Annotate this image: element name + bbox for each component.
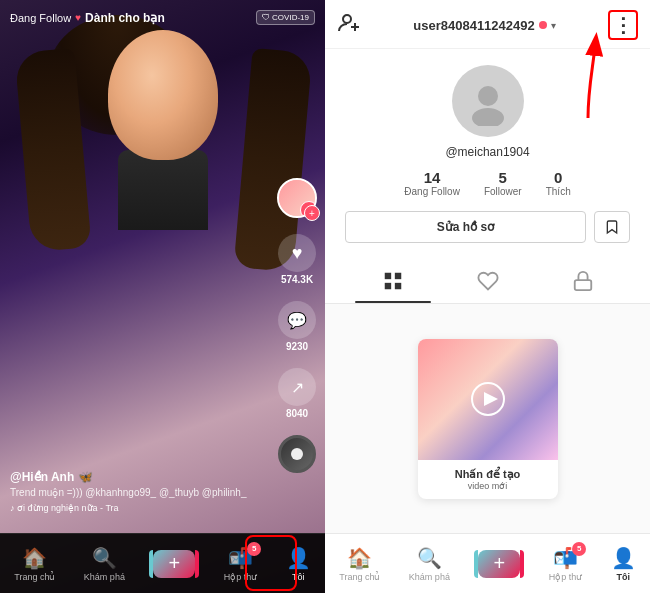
more-options-button[interactable]: ⋮ [608, 10, 638, 40]
left-bottom-nav: 🏠 Trang chủ 🔍 Khám phá + 📬 5 Hộp thư 👤 T… [0, 533, 325, 593]
r-explore-label: Khám phá [409, 572, 450, 582]
tab-videos[interactable] [345, 263, 440, 303]
home-label: Trang chủ [14, 572, 55, 582]
svg-rect-9 [394, 282, 400, 288]
covid-label: COVID-19 [272, 13, 309, 22]
profile-icon: 👤 [286, 546, 311, 570]
comment-icon: 💬 [278, 301, 316, 339]
r-profile-icon: 👤 [611, 546, 636, 570]
liked-icon [477, 270, 499, 297]
likes-label: Thích [546, 186, 571, 197]
lock-icon [572, 270, 594, 297]
r-home-icon: 🏠 [347, 546, 372, 570]
content-tabs [325, 263, 650, 304]
right-nav-add[interactable]: + [478, 550, 520, 578]
tab-private[interactable] [535, 263, 630, 303]
music-info: ♪ ơi đừng nghiện nữa - Tra [10, 503, 265, 513]
edit-profile-button[interactable]: Sửa hồ sơ [345, 211, 586, 243]
video-actions-sidebar: + ♥ 574.3K 💬 9230 ↗ 8040 [277, 178, 317, 473]
add-friend-icon[interactable] [337, 11, 361, 40]
inbox-label: Hộp thư [224, 572, 258, 582]
create-video-card[interactable]: Nhấn để tạo video mới [418, 339, 558, 499]
stat-following: 14 Đang Follow [404, 169, 460, 197]
r-profile-label: Tôi [617, 572, 631, 582]
online-dot [539, 21, 547, 29]
share-icon: ↗ [278, 368, 316, 406]
following-count: 14 [424, 169, 441, 186]
follow-plus-button[interactable]: + [304, 205, 320, 221]
left-nav-add[interactable]: + [153, 550, 195, 578]
profile-action-buttons: Sửa hồ sơ [337, 211, 638, 243]
tab-liked[interactable] [440, 263, 535, 303]
video-creator-name: @Hiền Anh 🦋 [10, 470, 265, 484]
r-inbox-label: Hộp thư [549, 572, 583, 582]
profile-avatar [452, 65, 524, 137]
like-action[interactable]: ♥ 574.3K [278, 234, 316, 285]
stat-likes: 0 Thích [546, 169, 571, 197]
r-explore-icon: 🔍 [417, 546, 442, 570]
svg-point-5 [472, 108, 504, 126]
videos-grid-icon [382, 270, 404, 297]
svg-rect-8 [384, 282, 390, 288]
heart-icon: ♥ [75, 12, 81, 23]
figure-face [108, 30, 218, 160]
create-card-subtitle: video mới [426, 481, 550, 491]
comment-action[interactable]: 💬 9230 [278, 301, 316, 352]
follow-text: Đang Follow [10, 12, 71, 24]
follower-label: Follower [484, 186, 522, 197]
right-panel: user8408411242492 ▾ ⋮ @meichan1904 14 Đa… [325, 0, 650, 593]
creator-avatar-container[interactable]: + [277, 178, 317, 218]
left-nav-inbox[interactable]: 📬 5 Hộp thư [224, 546, 258, 582]
stats-row: 14 Đang Follow 5 Follower 0 Thích [404, 169, 570, 197]
share-count: 8040 [286, 408, 308, 419]
shield-icon: 🛡 [262, 13, 270, 22]
left-nav-home[interactable]: 🏠 Trang chủ [14, 546, 55, 582]
svg-rect-7 [394, 272, 400, 278]
username-display: user8408411242492 [413, 18, 534, 33]
right-nav-profile[interactable]: 👤 Tôi [611, 546, 636, 582]
left-top-bar: Đang Follow ♥ Dành cho bạn 🛡 COVID-19 [10, 10, 315, 25]
create-card-thumbnail [418, 339, 558, 460]
left-nav-profile[interactable]: 👤 Tôi [286, 546, 311, 582]
content-area: Nhấn để tạo video mới [325, 304, 650, 533]
r-add-video-button[interactable]: + [478, 550, 520, 578]
r-home-label: Trang chủ [339, 572, 380, 582]
bookmark-button[interactable] [594, 211, 630, 243]
recommend-text: Dành cho bạn [85, 11, 165, 25]
explore-icon: 🔍 [92, 546, 117, 570]
inbox-badge: 5 [247, 542, 261, 556]
comment-count: 9230 [286, 341, 308, 352]
like-count: 574.3K [281, 274, 313, 285]
video-figure [63, 30, 263, 430]
stat-follower: 5 Follower [484, 169, 522, 197]
heart-action-icon: ♥ [278, 234, 316, 272]
svg-marker-12 [484, 392, 498, 406]
video-caption: @Hiền Anh 🦋 Trend muộn =))) @khanhngo99_… [10, 470, 265, 513]
follow-label: Đang Follow ♥ Dành cho bạn [10, 11, 165, 25]
r-inbox-badge: 5 [572, 542, 586, 556]
username-bar: user8408411242492 ▾ [413, 18, 555, 33]
create-card-title: Nhấn để tạo [426, 468, 550, 481]
right-bottom-nav: 🏠 Trang chủ 🔍 Khám phá + 📬 5 Hộp thư 👤 T… [325, 533, 650, 593]
video-description: Trend muộn =))) @khanhngo99_ @_thuyb @ph… [10, 486, 265, 499]
add-video-button[interactable]: + [153, 550, 195, 578]
left-nav-explore[interactable]: 🔍 Khám phá [84, 546, 125, 582]
svg-rect-6 [384, 272, 390, 278]
svg-rect-10 [574, 280, 591, 290]
left-panel: Đang Follow ♥ Dành cho bạn 🛡 COVID-19 + … [0, 0, 325, 593]
follower-count: 5 [499, 169, 507, 186]
profile-label: Tôi [292, 572, 305, 582]
dropdown-arrow[interactable]: ▾ [551, 20, 556, 31]
music-disc [278, 435, 316, 473]
following-label: Đang Follow [404, 186, 460, 197]
svg-point-0 [343, 15, 351, 23]
right-top-bar: user8408411242492 ▾ ⋮ [325, 0, 650, 49]
share-action[interactable]: ↗ 8040 [278, 368, 316, 419]
figure-body [118, 150, 208, 230]
create-card-text: Nhấn để tạo video mới [418, 460, 558, 499]
explore-label: Khám phá [84, 572, 125, 582]
profile-handle: @meichan1904 [445, 145, 529, 159]
right-nav-home[interactable]: 🏠 Trang chủ [339, 546, 380, 582]
right-nav-explore[interactable]: 🔍 Khám phá [409, 546, 450, 582]
right-nav-inbox[interactable]: 📬 5 Hộp thư [549, 546, 583, 582]
